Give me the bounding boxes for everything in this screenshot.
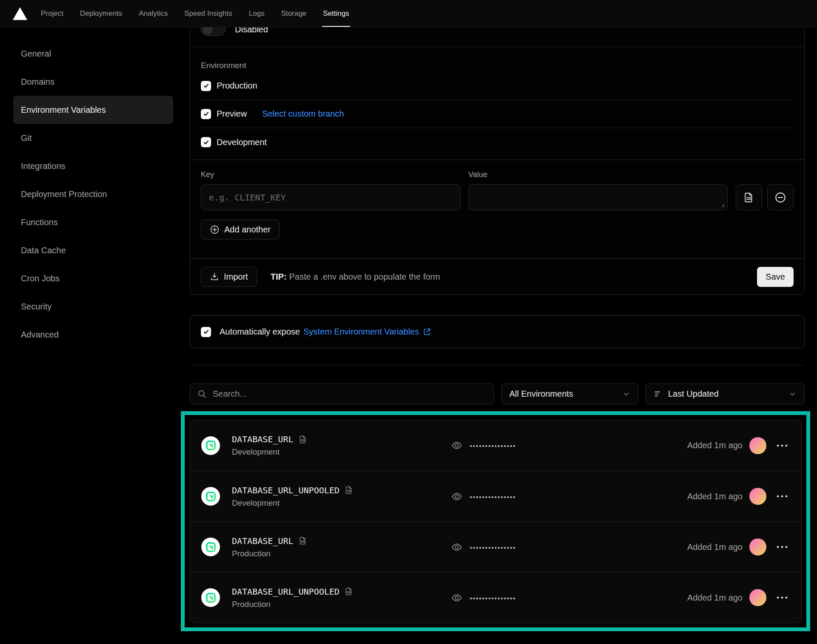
system-env-link[interactable]: System Environment Variables [303, 327, 419, 337]
chevron-down-icon [622, 390, 630, 398]
note-icon[interactable] [345, 587, 353, 596]
add-another-button[interactable]: Add another [201, 220, 280, 240]
tip-label: TIP: [271, 272, 287, 281]
masked-value: ••••••••••••••• [470, 493, 516, 500]
value-label: Value [468, 170, 728, 179]
system-env-prefix: Automatically expose [220, 327, 300, 337]
env-var-environment: Production [232, 549, 307, 558]
import-download-icon [210, 272, 219, 281]
vercel-logo-icon[interactable] [12, 6, 28, 21]
section-divider [190, 365, 805, 365]
search-input[interactable]: Search... [190, 384, 494, 404]
check-icon [203, 329, 209, 335]
sidebar-item-integrations[interactable]: Integrations [13, 152, 173, 180]
env-var-environment: Development [232, 447, 307, 457]
development-label: Development [217, 137, 267, 147]
development-checkbox[interactable] [201, 137, 211, 147]
reveal-value-eye-icon[interactable] [451, 440, 463, 451]
sidebar-item-data-cache[interactable]: Data Cache [13, 236, 173, 264]
row-menu-button[interactable] [772, 538, 792, 555]
search-placeholder: Search... [213, 389, 247, 399]
check-icon [203, 111, 209, 117]
resize-grip-icon[interactable] [720, 203, 725, 208]
env-var-environment: Development [232, 498, 353, 508]
select-custom-branch-link[interactable]: Select custom branch [262, 109, 344, 119]
neon-integration-icon [201, 588, 220, 607]
nav-item-logs[interactable]: Logs [249, 0, 265, 27]
remove-row-button[interactable] [767, 184, 794, 210]
nav-items: Project Deployments Analytics Speed Insi… [41, 0, 349, 27]
chevron-down-icon [788, 390, 797, 398]
user-avatar [749, 488, 766, 505]
check-icon [203, 139, 209, 146]
nav-item-deployments[interactable]: Deployments [80, 0, 122, 27]
value-input[interactable] [468, 184, 728, 210]
sort-lines-icon [654, 389, 663, 398]
sidebar-item-deployment-protection[interactable]: Deployment Protection [13, 180, 173, 208]
user-avatar [749, 538, 766, 555]
added-timestamp: Added 1m ago [687, 542, 743, 552]
system-env-card: Automatically expose System Environment … [190, 315, 805, 348]
preview-checkbox[interactable] [201, 109, 211, 119]
sidebar-item-environment-variables[interactable]: Environment Variables [13, 96, 173, 124]
env-var-key: DATABASE_URL [232, 434, 294, 444]
reveal-value-eye-icon[interactable] [451, 491, 463, 502]
production-checkbox[interactable] [201, 81, 211, 91]
note-icon[interactable] [299, 536, 307, 545]
row-menu-button[interactable] [772, 589, 792, 606]
added-timestamp: Added 1m ago [687, 441, 743, 450]
search-icon [197, 389, 207, 399]
environment-section-label: Environment [201, 61, 794, 70]
row-menu-button[interactable] [772, 437, 792, 454]
sidebar-item-security[interactable]: Security [13, 292, 173, 321]
save-button[interactable]: Save [757, 267, 794, 287]
note-icon[interactable] [299, 435, 307, 444]
sidebar-item-advanced[interactable]: Advanced [13, 321, 173, 349]
check-icon [203, 83, 209, 89]
env-var-row[interactable]: DATABASE_URL_UNPOOLED Development ••••••… [190, 471, 801, 521]
external-link-icon[interactable] [423, 327, 431, 336]
user-avatar [749, 437, 766, 454]
env-var-table: DATABASE_URL Development •••••••••••••••… [190, 420, 802, 623]
key-placeholder: e.g. CLIENT_KEY [209, 192, 286, 203]
ellipsis-icon [777, 495, 788, 498]
masked-value: ••••••••••••••• [470, 594, 516, 601]
sidebar-item-git[interactable]: Git [13, 124, 173, 152]
note-icon[interactable] [345, 486, 353, 495]
added-timestamp: Added 1m ago [687, 492, 743, 501]
production-label: Production [217, 81, 257, 91]
import-tip: TIP:Paste a .env above to populate the f… [271, 272, 440, 282]
file-icon [743, 192, 754, 203]
environment-filter-select[interactable]: All Environments [501, 384, 638, 404]
nav-item-project[interactable]: Project [41, 0, 63, 27]
filters-row: Search... All Environments Last Updated [190, 384, 805, 404]
user-avatar [749, 589, 766, 606]
highlight-frame: DATABASE_URL Development •••••••••••••••… [181, 411, 810, 631]
paste-env-file-button[interactable] [736, 184, 762, 210]
ellipsis-icon [777, 546, 788, 548]
environment-section: Environment Production Preview Select cu… [190, 61, 804, 160]
import-button[interactable]: Import [201, 267, 257, 287]
reveal-value-eye-icon[interactable] [451, 592, 463, 604]
masked-value: ••••••••••••••• [470, 442, 516, 449]
row-menu-button[interactable] [772, 488, 792, 505]
preview-label: Preview [217, 109, 247, 119]
ellipsis-icon [777, 444, 788, 447]
system-env-checkbox[interactable] [201, 327, 211, 337]
key-input[interactable]: e.g. CLIENT_KEY [201, 184, 460, 210]
neon-integration-icon [201, 538, 220, 556]
env-var-row[interactable]: DATABASE_URL Production ••••••••••••••• … [190, 521, 801, 572]
sort-filter-select[interactable]: Last Updated [646, 384, 805, 404]
reveal-value-eye-icon[interactable] [451, 541, 463, 553]
env-var-row[interactable]: DATABASE_URL_UNPOOLED Production •••••••… [190, 572, 801, 623]
sidebar-item-general[interactable]: General [13, 40, 173, 68]
nav-item-analytics[interactable]: Analytics [139, 0, 168, 27]
sidebar-item-cron-jobs[interactable]: Cron Jobs [13, 264, 173, 292]
sidebar-item-domains[interactable]: Domains [13, 68, 173, 96]
nav-item-storage[interactable]: Storage [281, 0, 307, 27]
nav-item-settings[interactable]: Settings [323, 0, 349, 27]
env-row-development: Development [201, 128, 794, 156]
env-var-row[interactable]: DATABASE_URL Development •••••••••••••••… [190, 420, 801, 471]
sidebar-item-functions[interactable]: Functions [13, 208, 173, 236]
nav-item-speed-insights[interactable]: Speed Insights [184, 0, 232, 27]
